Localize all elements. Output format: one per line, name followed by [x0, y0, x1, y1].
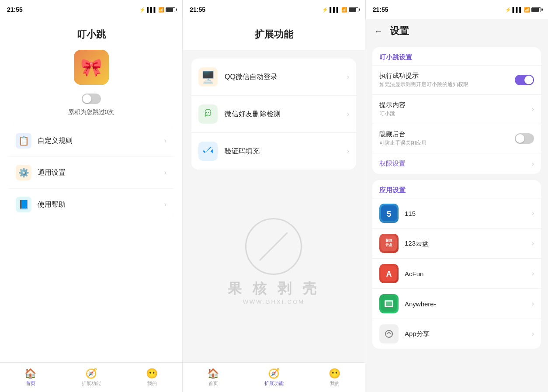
- nav-home-2[interactable]: 🏠 首页: [183, 366, 243, 389]
- battery-3: [531, 7, 541, 12]
- app-item-115[interactable]: 5 115 ›: [372, 198, 541, 228]
- status-icons-1: ⚡ ▌▌▌ 📶: [139, 7, 175, 13]
- app-item-123[interactable]: 超速 云盘 123云盘 ›: [372, 228, 541, 258]
- lightning-icon-3: ⚡: [505, 7, 511, 13]
- status-bar-1: 21:55 ⚡ ▌▌▌ 📶: [0, 0, 183, 19]
- app-item-appshare[interactable]: App分享 ›: [372, 319, 541, 349]
- ding-settings-section: 叮小跳设置 执行成功提示 如无法显示则需开启叮小跳的通知权限 提示内容 叮小跳 …: [372, 47, 541, 174]
- app-settings-section: 应用设置 5 115 › 超速: [372, 180, 541, 349]
- app-name-115: 115: [405, 210, 532, 217]
- help-label: 使用帮助: [38, 200, 164, 209]
- nav-extend-2[interactable]: 🧭 扩展功能: [243, 366, 304, 389]
- app-name-123: 123云盘: [405, 239, 532, 248]
- jump-count: 累积为您跳过0次: [0, 108, 182, 116]
- panel3-content: 叮小跳设置 执行成功提示 如无法显示则需开启叮小跳的通知权限 提示内容 叮小跳 …: [365, 43, 548, 392]
- app-item-anywhere[interactable]: Anywhere- ›: [372, 288, 541, 319]
- svg-text:A: A: [386, 270, 392, 278]
- vscode-icon: [198, 142, 218, 161]
- nav-mine-label-1: 我的: [147, 380, 157, 387]
- panel1-title: 叮小跳: [0, 19, 182, 45]
- wifi-icon-3: 📶: [524, 7, 530, 13]
- main-toggle-wrap[interactable]: [0, 94, 182, 104]
- app-appshare-arrow: ›: [532, 330, 534, 338]
- menu-item-custom-rules[interactable]: 📋 自定义规则 ›: [9, 125, 173, 156]
- notify-content-title: 提示内容: [379, 101, 532, 109]
- lightning-icon-1: ⚡: [139, 7, 146, 13]
- wifi-icon-1: 📶: [158, 7, 164, 13]
- app-anywhere-arrow: ›: [532, 300, 534, 308]
- ext-item-qq-wechat[interactable]: 🖥️ QQ微信自动登录 ›: [191, 59, 356, 96]
- lightning-icon-2: ⚡: [322, 7, 328, 13]
- time-3: 21:55: [373, 6, 388, 13]
- avatar: 🎀: [74, 50, 109, 85]
- panel2-bottom-nav: 🏠 首页 🧭 扩展功能 😶 我的: [183, 362, 365, 392]
- success-notify-title: 执行成功提示: [379, 72, 515, 80]
- panel-home: 叮小跳 🎀 累积为您跳过0次 📋 自定义规则 › ⚙️ 通用设置 › 📘 使用帮: [0, 19, 183, 392]
- battery-2: [349, 7, 358, 12]
- nav-home-1[interactable]: 🏠 首页: [0, 366, 61, 389]
- setting-row-success-notify[interactable]: 执行成功提示 如无法显示则需开启叮小跳的通知权限: [372, 65, 541, 94]
- app-name-acfun: AcFun: [405, 270, 532, 278]
- svg-text:超速: 超速: [385, 239, 393, 243]
- app-item-acfun[interactable]: A AcFun ›: [372, 258, 541, 288]
- panel2-content: 🖥️ QQ微信自动登录 › 微信好友删除检测 ›: [183, 50, 365, 362]
- status-icons-3: ⚡ ▌▌▌ 📶: [505, 7, 541, 13]
- hide-bg-title: 隐藏后台: [379, 130, 515, 139]
- menu-item-general-settings[interactable]: ⚙️ 通用设置 ›: [9, 157, 173, 188]
- compass-icon-1: 🧭: [85, 368, 97, 379]
- hide-bg-toggle[interactable]: [515, 133, 534, 144]
- setting-row-permissions[interactable]: 权限设置 ›: [372, 153, 541, 174]
- wifi-icon-2: 📶: [341, 7, 347, 13]
- setting-row-notify-content[interactable]: 提示内容 叮小跳 ›: [372, 94, 541, 124]
- status-icons-2: ⚡ ▌▌▌ 📶: [322, 7, 358, 13]
- general-settings-icon: ⚙️: [16, 165, 31, 180]
- ext-qq-arrow: ›: [347, 73, 349, 81]
- general-settings-label: 通用设置: [38, 168, 164, 177]
- nav-extend-label-2: 扩展功能: [264, 380, 284, 387]
- status-bar-2: 21:55 ⚡ ▌▌▌ 📶: [183, 0, 365, 19]
- custom-rules-icon: 📋: [16, 133, 31, 149]
- time-2: 21:55: [190, 6, 205, 13]
- help-arrow: ›: [164, 201, 166, 208]
- permissions-arrow: ›: [532, 160, 534, 168]
- nav-mine-2[interactable]: 😶 我的: [304, 366, 365, 389]
- permissions-title: 权限设置: [379, 160, 532, 168]
- nav-extend-1[interactable]: 🧭 扩展功能: [61, 366, 121, 389]
- panel3-header: ← 设置: [365, 19, 548, 43]
- app-section-title: 应用设置: [372, 180, 541, 198]
- watermark-text: 果 核 剥 壳: [228, 279, 320, 298]
- ext-captcha-label: 验证码填充: [225, 147, 347, 156]
- app-icon-115: 5: [379, 204, 399, 223]
- nav-extend-label-1: 扩展功能: [82, 380, 101, 387]
- watermark-line: [260, 232, 288, 261]
- ext-wechat-arrow: ›: [347, 110, 349, 118]
- ext-captcha-arrow: ›: [347, 147, 349, 155]
- nav-home-label-1: 首页: [26, 380, 35, 387]
- success-notify-sub: 如无法显示则需开启叮小跳的通知权限: [379, 81, 515, 88]
- menu-item-help[interactable]: 📘 使用帮助 ›: [9, 189, 173, 220]
- svg-rect-11: [381, 326, 397, 342]
- setting-row-hide-bg[interactable]: 隐藏后台 可防止手误关闭应用: [372, 124, 541, 153]
- main-menu: 📋 自定义规则 › ⚙️ 通用设置 › 📘 使用帮助 ›: [9, 125, 173, 220]
- success-notify-toggle[interactable]: [515, 75, 534, 85]
- time-1: 21:55: [7, 6, 23, 13]
- back-button[interactable]: ←: [374, 26, 383, 36]
- monitor-icon: 🖥️: [198, 67, 218, 87]
- signal-icon-3: ▌▌▌: [513, 7, 523, 12]
- permissions-content: 权限设置: [379, 160, 532, 168]
- ext-item-captcha[interactable]: 验证码填充 ›: [191, 133, 356, 170]
- main-toggle[interactable]: [82, 94, 101, 104]
- svg-text:5: 5: [387, 210, 391, 219]
- battery-1: [166, 7, 175, 12]
- app-acfun-arrow: ›: [532, 270, 534, 278]
- nav-mine-1[interactable]: 😶 我的: [121, 366, 182, 389]
- app-123-arrow: ›: [532, 239, 534, 247]
- toggle-knob: [83, 94, 91, 103]
- ext-qq-label: QQ微信自动登录: [225, 73, 347, 82]
- app-icon-123: 超速 云盘: [379, 234, 399, 253]
- ext-item-wechat-detect[interactable]: 微信好友删除检测 ›: [191, 96, 356, 133]
- app-115-arrow: ›: [532, 209, 534, 217]
- signal-icon-1: ▌▌▌: [147, 7, 157, 12]
- hide-bg-sub: 可防止手误关闭应用: [379, 139, 515, 147]
- status-bar-3: 21:55 ⚡ ▌▌▌ 📶: [366, 0, 548, 19]
